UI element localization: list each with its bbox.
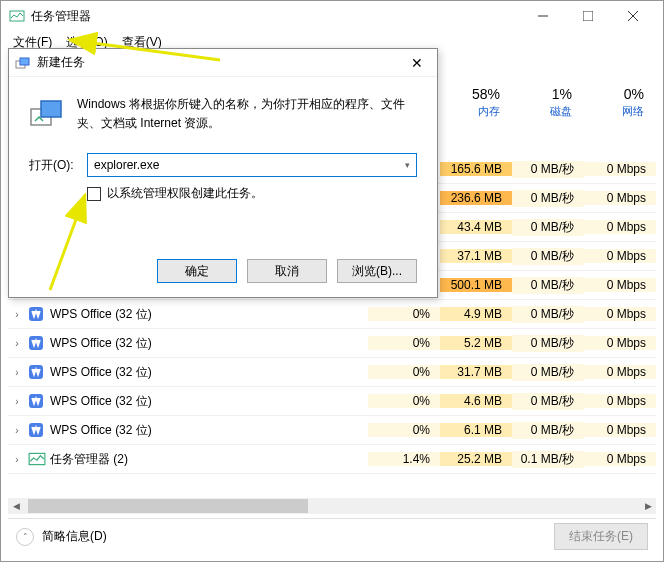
disk-cell: 0 MB/秒 — [512, 219, 584, 236]
dialog-description: Windows 将根据你所键入的名称，为你打开相应的程序、文件夹、文档或 Int… — [77, 95, 417, 133]
browse-button[interactable]: 浏览(B)... — [337, 259, 417, 283]
process-name: WPS Office (32 位) — [50, 364, 368, 381]
disk-cell: 0 MB/秒 — [512, 335, 584, 352]
memory-cell: 4.6 MB — [440, 394, 512, 408]
table-row[interactable]: ›任务管理器 (2)1.4%25.2 MB0.1 MB/秒0 Mbps — [8, 445, 656, 474]
wps-icon — [28, 422, 46, 438]
dialog-title: 新建任务 — [37, 54, 403, 71]
disk-cell: 0 MB/秒 — [512, 161, 584, 178]
end-task-button[interactable]: 结束任务(E) — [554, 523, 648, 550]
cpu-cell: 0% — [368, 394, 440, 408]
command-input[interactable]: explorer.exe ▾ — [87, 153, 417, 177]
disk-cell: 0 MB/秒 — [512, 190, 584, 207]
process-name: 任务管理器 (2) — [50, 451, 368, 468]
table-row[interactable]: ›WPS Office (32 位)0%5.2 MB0 MB/秒0 Mbps — [8, 329, 656, 358]
maximize-button[interactable] — [565, 2, 610, 30]
memory-cell: 6.1 MB — [440, 423, 512, 437]
process-name: WPS Office (32 位) — [50, 393, 368, 410]
horizontal-scrollbar[interactable]: ◀ ▶ — [8, 498, 656, 514]
network-cell: 0 Mbps — [584, 423, 656, 437]
expand-icon[interactable]: › — [8, 454, 26, 465]
titlebar: 任务管理器 — [1, 1, 663, 31]
memory-cell: 31.7 MB — [440, 365, 512, 379]
memory-cell: 500.1 MB — [440, 278, 512, 292]
scroll-track[interactable] — [24, 498, 640, 514]
admin-checkbox[interactable] — [87, 187, 101, 201]
network-cell: 0 Mbps — [584, 191, 656, 205]
ok-button[interactable]: 确定 — [157, 259, 237, 283]
cancel-button[interactable]: 取消 — [247, 259, 327, 283]
chevron-up-icon: ˄ — [16, 528, 34, 546]
open-label: 打开(O): — [29, 157, 79, 174]
dialog-close-button[interactable]: ✕ — [403, 51, 431, 75]
expand-icon[interactable]: › — [8, 367, 26, 378]
wps-icon — [28, 393, 46, 409]
disk-cell: 0.1 MB/秒 — [512, 451, 584, 468]
cpu-cell: 0% — [368, 365, 440, 379]
network-cell: 0 Mbps — [584, 394, 656, 408]
network-cell: 0 Mbps — [584, 162, 656, 176]
disk-cell: 0 MB/秒 — [512, 306, 584, 323]
col-network[interactable]: 0% 网络 — [582, 82, 654, 123]
chevron-down-icon[interactable]: ▾ — [405, 160, 410, 170]
memory-cell: 25.2 MB — [440, 452, 512, 466]
disk-cell: 0 MB/秒 — [512, 422, 584, 439]
cpu-cell: 0% — [368, 423, 440, 437]
scroll-left-icon[interactable]: ◀ — [8, 498, 24, 514]
network-cell: 0 Mbps — [584, 365, 656, 379]
dialog-titlebar: 新建任务 ✕ — [9, 49, 437, 77]
svg-rect-12 — [20, 58, 29, 65]
footer: ˄ 简略信息(D) 结束任务(E) — [8, 518, 656, 554]
memory-cell: 5.2 MB — [440, 336, 512, 350]
table-row[interactable]: ›WPS Office (32 位)0%4.6 MB0 MB/秒0 Mbps — [8, 387, 656, 416]
svg-rect-14 — [41, 101, 61, 117]
brief-info-toggle[interactable]: ˄ 简略信息(D) — [16, 528, 107, 546]
wps-icon — [28, 306, 46, 322]
svg-rect-10 — [29, 453, 45, 464]
cpu-cell: 0% — [368, 336, 440, 350]
expand-icon[interactable]: › — [8, 309, 26, 320]
disk-cell: 0 MB/秒 — [512, 364, 584, 381]
network-cell: 0 Mbps — [584, 278, 656, 292]
admin-checkbox-label: 以系统管理权限创建此任务。 — [107, 185, 263, 202]
network-cell: 0 Mbps — [584, 307, 656, 321]
memory-cell: 37.1 MB — [440, 249, 512, 263]
column-headers: 58% 内存 1% 磁盘 0% 网络 — [438, 82, 654, 123]
wps-icon — [28, 364, 46, 380]
close-button[interactable] — [610, 2, 655, 30]
cpu-cell: 0% — [368, 307, 440, 321]
col-memory[interactable]: 58% 内存 — [438, 82, 510, 123]
wps-icon — [28, 335, 46, 351]
new-task-dialog: 新建任务 ✕ Windows 将根据你所键入的名称，为你打开相应的程序、文件夹、… — [8, 48, 438, 298]
table-row[interactable]: ›WPS Office (32 位)0%4.9 MB0 MB/秒0 Mbps — [8, 300, 656, 329]
memory-cell: 4.9 MB — [440, 307, 512, 321]
window-title: 任务管理器 — [31, 8, 520, 25]
expand-icon[interactable]: › — [8, 425, 26, 436]
disk-cell: 0 MB/秒 — [512, 248, 584, 265]
memory-cell: 43.4 MB — [440, 220, 512, 234]
taskmgr-icon — [9, 8, 25, 24]
table-row[interactable]: ›WPS Office (32 位)0%6.1 MB0 MB/秒0 Mbps — [8, 416, 656, 445]
table-row[interactable]: ›WPS Office (32 位)0%31.7 MB0 MB/秒0 Mbps — [8, 358, 656, 387]
process-name: WPS Office (32 位) — [50, 306, 368, 323]
network-cell: 0 Mbps — [584, 220, 656, 234]
minimize-button[interactable] — [520, 2, 565, 30]
network-cell: 0 Mbps — [584, 452, 656, 466]
process-name: WPS Office (32 位) — [50, 335, 368, 352]
memory-cell: 236.6 MB — [440, 191, 512, 205]
svg-rect-0 — [10, 11, 24, 21]
svg-rect-2 — [583, 11, 593, 21]
col-disk[interactable]: 1% 磁盘 — [510, 82, 582, 123]
process-name: WPS Office (32 位) — [50, 422, 368, 439]
expand-icon[interactable]: › — [8, 338, 26, 349]
memory-cell: 165.6 MB — [440, 162, 512, 176]
network-cell: 0 Mbps — [584, 249, 656, 263]
scroll-right-icon[interactable]: ▶ — [640, 498, 656, 514]
taskmgr-icon — [28, 451, 46, 467]
disk-cell: 0 MB/秒 — [512, 393, 584, 410]
disk-cell: 0 MB/秒 — [512, 277, 584, 294]
expand-icon[interactable]: › — [8, 396, 26, 407]
network-cell: 0 Mbps — [584, 336, 656, 350]
run-icon — [15, 55, 31, 71]
scroll-thumb[interactable] — [28, 499, 308, 513]
